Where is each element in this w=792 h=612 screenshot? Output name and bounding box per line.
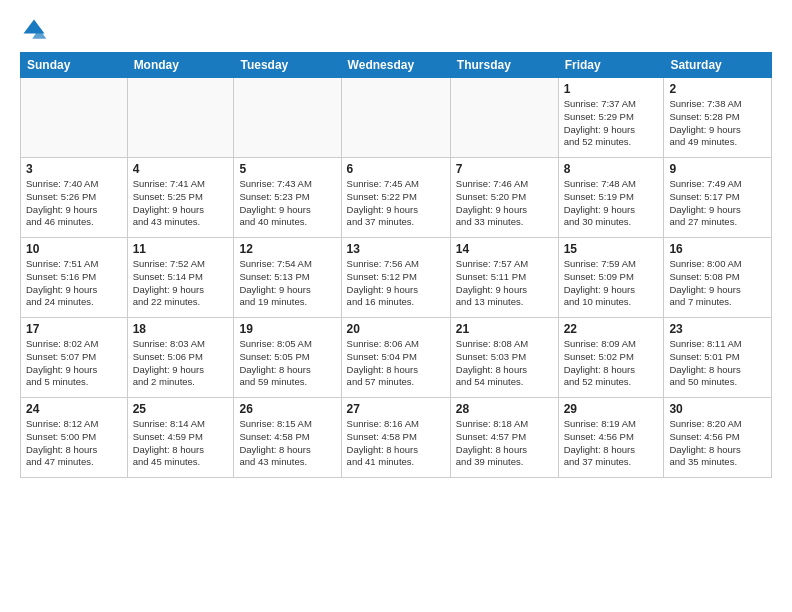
calendar-cell: 2Sunrise: 7:38 AM Sunset: 5:28 PM Daylig…	[664, 78, 772, 158]
calendar-cell	[21, 78, 128, 158]
day-number: 21	[456, 322, 553, 336]
day-info: Sunrise: 7:46 AM Sunset: 5:20 PM Dayligh…	[456, 178, 553, 229]
day-info: Sunrise: 7:49 AM Sunset: 5:17 PM Dayligh…	[669, 178, 766, 229]
calendar-cell: 24Sunrise: 8:12 AM Sunset: 5:00 PM Dayli…	[21, 398, 128, 478]
weekday-header-sunday: Sunday	[21, 53, 128, 78]
day-number: 20	[347, 322, 445, 336]
day-number: 23	[669, 322, 766, 336]
calendar-cell: 17Sunrise: 8:02 AM Sunset: 5:07 PM Dayli…	[21, 318, 128, 398]
weekday-header-tuesday: Tuesday	[234, 53, 341, 78]
day-info: Sunrise: 7:56 AM Sunset: 5:12 PM Dayligh…	[347, 258, 445, 309]
calendar-cell: 18Sunrise: 8:03 AM Sunset: 5:06 PM Dayli…	[127, 318, 234, 398]
day-number: 27	[347, 402, 445, 416]
day-number: 8	[564, 162, 659, 176]
calendar-week-0: 1Sunrise: 7:37 AM Sunset: 5:29 PM Daylig…	[21, 78, 772, 158]
calendar-cell: 21Sunrise: 8:08 AM Sunset: 5:03 PM Dayli…	[450, 318, 558, 398]
day-number: 17	[26, 322, 122, 336]
calendar-week-3: 17Sunrise: 8:02 AM Sunset: 5:07 PM Dayli…	[21, 318, 772, 398]
calendar-cell: 30Sunrise: 8:20 AM Sunset: 4:56 PM Dayli…	[664, 398, 772, 478]
day-info: Sunrise: 8:18 AM Sunset: 4:57 PM Dayligh…	[456, 418, 553, 469]
calendar-body: 1Sunrise: 7:37 AM Sunset: 5:29 PM Daylig…	[21, 78, 772, 478]
day-info: Sunrise: 7:57 AM Sunset: 5:11 PM Dayligh…	[456, 258, 553, 309]
calendar-cell: 27Sunrise: 8:16 AM Sunset: 4:58 PM Dayli…	[341, 398, 450, 478]
day-info: Sunrise: 7:37 AM Sunset: 5:29 PM Dayligh…	[564, 98, 659, 149]
calendar-cell: 12Sunrise: 7:54 AM Sunset: 5:13 PM Dayli…	[234, 238, 341, 318]
day-number: 14	[456, 242, 553, 256]
weekday-header-wednesday: Wednesday	[341, 53, 450, 78]
day-number: 10	[26, 242, 122, 256]
calendar-week-2: 10Sunrise: 7:51 AM Sunset: 5:16 PM Dayli…	[21, 238, 772, 318]
logo-icon	[20, 16, 48, 44]
calendar-cell	[341, 78, 450, 158]
calendar-cell: 16Sunrise: 8:00 AM Sunset: 5:08 PM Dayli…	[664, 238, 772, 318]
day-info: Sunrise: 8:05 AM Sunset: 5:05 PM Dayligh…	[239, 338, 335, 389]
weekday-header-monday: Monday	[127, 53, 234, 78]
day-info: Sunrise: 7:40 AM Sunset: 5:26 PM Dayligh…	[26, 178, 122, 229]
calendar-cell: 19Sunrise: 8:05 AM Sunset: 5:05 PM Dayli…	[234, 318, 341, 398]
day-number: 26	[239, 402, 335, 416]
day-number: 12	[239, 242, 335, 256]
calendar-cell	[234, 78, 341, 158]
day-info: Sunrise: 8:02 AM Sunset: 5:07 PM Dayligh…	[26, 338, 122, 389]
page: SundayMondayTuesdayWednesdayThursdayFrid…	[0, 0, 792, 612]
calendar-table: SundayMondayTuesdayWednesdayThursdayFrid…	[20, 52, 772, 478]
day-number: 2	[669, 82, 766, 96]
day-info: Sunrise: 8:14 AM Sunset: 4:59 PM Dayligh…	[133, 418, 229, 469]
day-info: Sunrise: 7:52 AM Sunset: 5:14 PM Dayligh…	[133, 258, 229, 309]
day-number: 5	[239, 162, 335, 176]
calendar-cell: 20Sunrise: 8:06 AM Sunset: 5:04 PM Dayli…	[341, 318, 450, 398]
day-info: Sunrise: 8:03 AM Sunset: 5:06 PM Dayligh…	[133, 338, 229, 389]
day-info: Sunrise: 7:51 AM Sunset: 5:16 PM Dayligh…	[26, 258, 122, 309]
day-info: Sunrise: 7:38 AM Sunset: 5:28 PM Dayligh…	[669, 98, 766, 149]
day-info: Sunrise: 7:45 AM Sunset: 5:22 PM Dayligh…	[347, 178, 445, 229]
calendar-cell: 1Sunrise: 7:37 AM Sunset: 5:29 PM Daylig…	[558, 78, 664, 158]
calendar-cell	[450, 78, 558, 158]
calendar-cell: 28Sunrise: 8:18 AM Sunset: 4:57 PM Dayli…	[450, 398, 558, 478]
calendar-cell: 5Sunrise: 7:43 AM Sunset: 5:23 PM Daylig…	[234, 158, 341, 238]
calendar-cell: 26Sunrise: 8:15 AM Sunset: 4:58 PM Dayli…	[234, 398, 341, 478]
header	[20, 16, 772, 44]
day-info: Sunrise: 8:06 AM Sunset: 5:04 PM Dayligh…	[347, 338, 445, 389]
day-number: 7	[456, 162, 553, 176]
day-number: 25	[133, 402, 229, 416]
day-info: Sunrise: 8:08 AM Sunset: 5:03 PM Dayligh…	[456, 338, 553, 389]
calendar-header: SundayMondayTuesdayWednesdayThursdayFrid…	[21, 53, 772, 78]
calendar-cell: 25Sunrise: 8:14 AM Sunset: 4:59 PM Dayli…	[127, 398, 234, 478]
calendar-cell: 15Sunrise: 7:59 AM Sunset: 5:09 PM Dayli…	[558, 238, 664, 318]
day-number: 19	[239, 322, 335, 336]
day-number: 15	[564, 242, 659, 256]
weekday-header-friday: Friday	[558, 53, 664, 78]
calendar-cell: 3Sunrise: 7:40 AM Sunset: 5:26 PM Daylig…	[21, 158, 128, 238]
calendar-cell	[127, 78, 234, 158]
day-info: Sunrise: 7:41 AM Sunset: 5:25 PM Dayligh…	[133, 178, 229, 229]
calendar-cell: 6Sunrise: 7:45 AM Sunset: 5:22 PM Daylig…	[341, 158, 450, 238]
day-number: 24	[26, 402, 122, 416]
calendar-cell: 13Sunrise: 7:56 AM Sunset: 5:12 PM Dayli…	[341, 238, 450, 318]
day-number: 4	[133, 162, 229, 176]
day-number: 16	[669, 242, 766, 256]
calendar-week-4: 24Sunrise: 8:12 AM Sunset: 5:00 PM Dayli…	[21, 398, 772, 478]
day-info: Sunrise: 7:59 AM Sunset: 5:09 PM Dayligh…	[564, 258, 659, 309]
day-number: 13	[347, 242, 445, 256]
weekday-header-thursday: Thursday	[450, 53, 558, 78]
day-info: Sunrise: 8:20 AM Sunset: 4:56 PM Dayligh…	[669, 418, 766, 469]
day-info: Sunrise: 7:43 AM Sunset: 5:23 PM Dayligh…	[239, 178, 335, 229]
logo	[20, 16, 52, 44]
day-number: 11	[133, 242, 229, 256]
day-info: Sunrise: 7:54 AM Sunset: 5:13 PM Dayligh…	[239, 258, 335, 309]
day-info: Sunrise: 8:12 AM Sunset: 5:00 PM Dayligh…	[26, 418, 122, 469]
day-info: Sunrise: 8:16 AM Sunset: 4:58 PM Dayligh…	[347, 418, 445, 469]
day-info: Sunrise: 8:09 AM Sunset: 5:02 PM Dayligh…	[564, 338, 659, 389]
day-number: 3	[26, 162, 122, 176]
calendar-cell: 14Sunrise: 7:57 AM Sunset: 5:11 PM Dayli…	[450, 238, 558, 318]
calendar-cell: 10Sunrise: 7:51 AM Sunset: 5:16 PM Dayli…	[21, 238, 128, 318]
day-number: 6	[347, 162, 445, 176]
calendar-cell: 22Sunrise: 8:09 AM Sunset: 5:02 PM Dayli…	[558, 318, 664, 398]
day-info: Sunrise: 8:15 AM Sunset: 4:58 PM Dayligh…	[239, 418, 335, 469]
day-info: Sunrise: 8:00 AM Sunset: 5:08 PM Dayligh…	[669, 258, 766, 309]
day-number: 9	[669, 162, 766, 176]
calendar-cell: 23Sunrise: 8:11 AM Sunset: 5:01 PM Dayli…	[664, 318, 772, 398]
calendar-cell: 4Sunrise: 7:41 AM Sunset: 5:25 PM Daylig…	[127, 158, 234, 238]
calendar-cell: 9Sunrise: 7:49 AM Sunset: 5:17 PM Daylig…	[664, 158, 772, 238]
day-number: 18	[133, 322, 229, 336]
